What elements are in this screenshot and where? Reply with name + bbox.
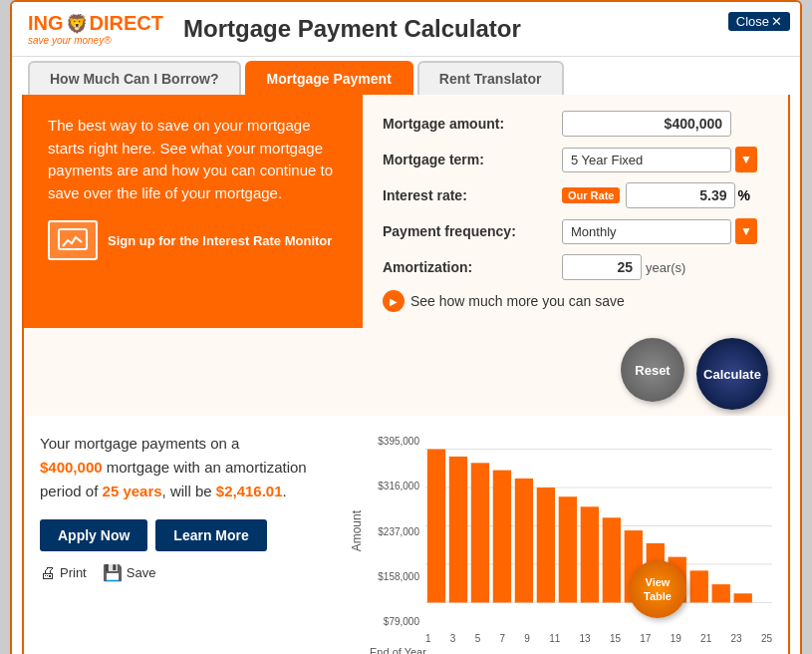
x-val-10: 19: [671, 633, 681, 644]
see-how-link[interactable]: ▶ See how much more you can save: [383, 290, 768, 312]
svg-rect-12: [559, 496, 577, 602]
mortgage-term-arrow[interactable]: ▼: [735, 147, 757, 172]
see-how-text: See how much more you can save: [410, 293, 625, 309]
bottom-section: Your mortgage payments on a $400,000 mor…: [24, 416, 788, 654]
svg-rect-14: [603, 517, 621, 602]
svg-rect-7: [449, 457, 467, 603]
action-buttons: Apply Now Learn More: [40, 519, 334, 551]
result-years: 25 years: [103, 483, 162, 499]
save-button[interactable]: 💾 Save: [103, 563, 156, 582]
left-panel: The best way to save on your mortgage st…: [24, 95, 363, 328]
print-save-row: 🖨 Print 💾 Save: [40, 563, 334, 582]
x-axis-title-row: End of Year: [350, 646, 772, 654]
x-val-2: 3: [450, 633, 456, 644]
mortgage-term-group: 5 Year Fixed 1 Year Fixed Variable ▼: [562, 147, 757, 172]
view-table-button[interactable]: View Table: [629, 560, 686, 618]
main-content: The best way to save on your mortgage st…: [22, 95, 790, 654]
interest-rate-input[interactable]: [626, 182, 735, 208]
y-value-3: $237,000: [370, 526, 419, 537]
x-axis-values: 1 3 5 7 9 11 13 15 17 19 21 23 25: [350, 633, 772, 644]
x-val-12: 23: [730, 633, 741, 644]
amortization-row: Amortization: year(s): [383, 254, 768, 280]
print-label: Print: [60, 565, 87, 580]
mortgage-amount-label: Mortgage amount:: [383, 116, 562, 132]
interest-rate-label: Interest rate:: [383, 187, 562, 203]
payment-freq-row: Payment frequency: Monthly Weekly Bi-Wee…: [383, 218, 768, 244]
close-button[interactable]: Close ✕: [728, 12, 790, 31]
result-payment: $2,416.01: [216, 483, 283, 499]
logo-direct: DIRECT: [90, 12, 163, 35]
y-axis-label: Amount: [350, 510, 368, 551]
payment-freq-select[interactable]: Monthly Weekly Bi-Weekly Semi-Monthly: [562, 219, 731, 244]
y-axis-values: $395,000 $316,000 $237,000 $158,000 $79,…: [370, 432, 423, 631]
svg-rect-11: [537, 488, 555, 602]
chart-wrapper: Amount $395,000 $316,000 $237,000 $158,0…: [350, 432, 772, 631]
x-val-5: 9: [524, 633, 530, 644]
buttons-row: Reset Calculate: [24, 328, 788, 416]
svg-rect-20: [734, 593, 752, 602]
x-val-1: 1: [425, 633, 431, 644]
header: ING 🦁 DIRECT save your money® Mortgage P…: [12, 2, 800, 57]
save-label: Save: [127, 565, 156, 580]
monitor-signup-label: Sign up for the Interest Rate Monitor: [108, 233, 332, 248]
x-val-4: 7: [499, 633, 505, 644]
amortization-input[interactable]: [562, 254, 642, 280]
result-line3: , will be: [162, 483, 212, 499]
x-val-11: 21: [700, 633, 711, 644]
chart-area: Amount $395,000 $316,000 $237,000 $158,0…: [350, 432, 772, 654]
logo-lion-icon: 🦁: [66, 13, 88, 35]
print-button[interactable]: 🖨 Print: [40, 564, 87, 582]
x-axis-title: End of Year: [370, 646, 426, 654]
close-label: Close: [736, 14, 769, 29]
calculate-button[interactable]: Calculate: [696, 338, 768, 410]
result-description: Your mortgage payments on a $400,000 mor…: [40, 432, 334, 503]
tab-payment[interactable]: Mortgage Payment: [245, 61, 413, 95]
print-icon: 🖨: [40, 564, 56, 582]
amortization-label: Amortization:: [383, 259, 562, 275]
y-value-2: $158,000: [370, 571, 419, 582]
x-val-9: 17: [640, 633, 651, 644]
result-line4: .: [283, 483, 287, 499]
svg-rect-8: [471, 463, 489, 602]
logo-tagline: save your money®: [28, 35, 112, 46]
view-table-line1: View: [646, 576, 671, 588]
play-icon: ▶: [383, 290, 405, 312]
y-value-5: $395,000: [370, 436, 419, 447]
top-section: The best way to save on your mortgage st…: [24, 95, 788, 328]
mortgage-amount-input[interactable]: [562, 111, 731, 137]
payment-freq-group: Monthly Weekly Bi-Weekly Semi-Monthly ▼: [562, 218, 757, 244]
interest-rate-group: Our Rate %: [562, 182, 750, 208]
page-title: Mortgage Payment Calculator: [183, 15, 521, 43]
tabs-container: How Much Can I Borrow? Mortgage Payment …: [12, 61, 800, 95]
svg-rect-19: [712, 584, 730, 602]
payment-freq-label: Payment frequency:: [383, 223, 562, 239]
svg-rect-18: [690, 570, 708, 602]
calculator-window: Close ✕ ING 🦁 DIRECT save your money® Mo…: [10, 0, 802, 654]
our-rate-badge[interactable]: Our Rate: [562, 187, 620, 203]
mortgage-term-select[interactable]: 5 Year Fixed 1 Year Fixed Variable: [562, 148, 731, 172]
tab-rent[interactable]: Rent Translator: [417, 61, 564, 95]
mortgage-term-row: Mortgage term: 5 Year Fixed 1 Year Fixed…: [383, 147, 768, 172]
y-value-4: $316,000: [370, 481, 419, 491]
svg-rect-9: [493, 471, 511, 603]
pct-sign: %: [737, 187, 749, 203]
x-val-6: 11: [549, 633, 560, 644]
intro-text: The best way to save on your mortgage st…: [48, 115, 339, 204]
tab-borrow[interactable]: How Much Can I Borrow?: [28, 61, 241, 95]
svg-rect-6: [427, 450, 445, 603]
x-val-7: 13: [580, 633, 591, 644]
logo-ing: ING: [28, 12, 64, 35]
svg-rect-13: [581, 506, 599, 602]
learn-more-button[interactable]: Learn More: [155, 519, 266, 551]
chart-inner: $395,000 $316,000 $237,000 $158,000 $79,…: [370, 432, 772, 631]
svg-rect-10: [515, 479, 533, 603]
reset-button[interactable]: Reset: [621, 338, 684, 402]
x-val-13: 25: [761, 633, 772, 644]
result-amount: $400,000: [40, 459, 103, 476]
result-line1: Your mortgage payments on a: [40, 435, 239, 452]
monitor-signup[interactable]: Sign up for the Interest Rate Monitor: [48, 220, 339, 260]
amortization-unit: year(s): [646, 260, 685, 275]
bar-chart-svg: [370, 432, 772, 631]
apply-now-button[interactable]: Apply Now: [40, 519, 147, 551]
payment-freq-arrow[interactable]: ▼: [735, 218, 757, 244]
